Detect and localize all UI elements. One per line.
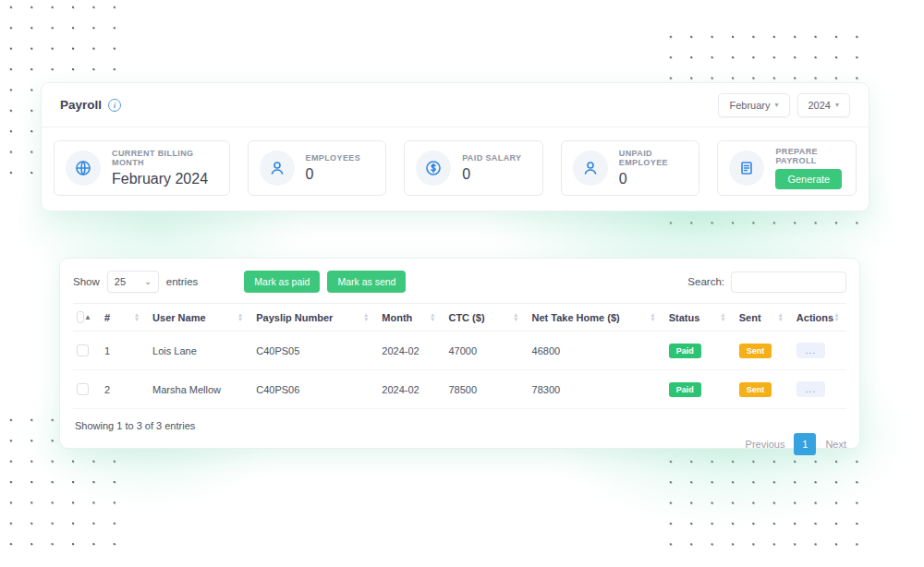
status-badge: Paid xyxy=(669,382,701,397)
dollar-circle-icon xyxy=(416,151,451,186)
globe-icon xyxy=(66,151,101,186)
showing-entries-text: Showing 1 to 3 of 3 entries xyxy=(73,420,195,431)
page-title: Payroll xyxy=(60,98,102,112)
payroll-header: Payroll i February ▾ 2024 ▾ xyxy=(42,83,869,127)
chevron-down-icon: ▾ xyxy=(774,101,778,109)
card-label: PREPARE PAYROLL xyxy=(775,147,845,165)
table-header-row: # User Name Payslip Number Month CTC ($)… xyxy=(73,304,846,332)
card-label: PAID SALARY xyxy=(462,153,521,163)
select-all-checkbox[interactable] xyxy=(77,311,84,323)
cell-ctc: 47000 xyxy=(444,332,528,370)
card-value: February 2024 xyxy=(112,171,218,187)
row-checkbox[interactable] xyxy=(77,344,89,356)
mark-as-paid-button[interactable]: Mark as paid xyxy=(244,271,320,293)
cell-ctc: 78500 xyxy=(444,370,528,409)
card-unpaid-employee: UNPAID EMPLOYEE 0 xyxy=(561,140,700,196)
card-value: 0 xyxy=(306,166,361,183)
payslip-table-panel: Show 25 ⌄ entries Mark as paid Mark as s… xyxy=(60,259,859,448)
year-dropdown[interactable]: 2024 ▾ xyxy=(797,93,851,117)
sort-icon[interactable] xyxy=(650,313,655,321)
card-current-billing-month: CURRENT BILLING MONTH February 2024 xyxy=(54,140,230,196)
table-row: 2 Marsha Mellow C40PS06 2024-02 78500 78… xyxy=(73,370,846,409)
cell-month: 2024-02 xyxy=(378,332,444,370)
sort-icon[interactable] xyxy=(720,313,725,321)
row-actions-button[interactable]: ... xyxy=(796,343,825,358)
person-icon xyxy=(260,151,295,186)
info-icon[interactable]: i xyxy=(108,99,121,112)
sort-icon[interactable] xyxy=(363,313,369,321)
sent-badge: Sent xyxy=(739,344,772,358)
sort-icon[interactable] xyxy=(430,313,435,321)
column-header-status[interactable]: Status xyxy=(665,304,736,332)
column-header-actions[interactable]: Actions xyxy=(793,304,846,332)
cell-num: 1 xyxy=(101,332,149,370)
sent-badge: Sent xyxy=(739,382,772,397)
column-header-num[interactable]: # xyxy=(101,304,149,332)
card-prepare-payroll: PREPARE PAYROLL Generate xyxy=(717,140,857,196)
column-header-net-take-home[interactable]: Net Take Home ($) xyxy=(529,304,665,332)
year-dropdown-value: 2024 xyxy=(808,100,831,111)
cell-payslip-number: C40PS06 xyxy=(252,370,378,409)
payroll-panel: Payroll i February ▾ 2024 ▾ CURRENT BILL… xyxy=(42,83,869,211)
row-checkbox[interactable] xyxy=(77,383,89,395)
sort-icon[interactable] xyxy=(777,313,783,321)
card-value: 0 xyxy=(619,171,688,187)
sort-asc-icon[interactable] xyxy=(84,314,91,321)
chevron-down-icon: ⌄ xyxy=(144,277,152,286)
card-label: UNPAID EMPLOYEE xyxy=(619,149,688,167)
column-header-user-name[interactable]: User Name xyxy=(149,304,252,332)
entries-label: entries xyxy=(166,276,199,287)
cell-net-take-home: 78300 xyxy=(529,370,665,409)
select-all-header[interactable] xyxy=(73,304,101,332)
card-value: 0 xyxy=(462,166,521,183)
cell-month: 2024-02 xyxy=(378,370,444,409)
sort-icon[interactable] xyxy=(833,313,839,321)
search-label: Search: xyxy=(687,276,724,287)
column-header-month[interactable]: Month xyxy=(378,304,444,332)
cell-user-name: Lois Lane xyxy=(149,332,252,370)
previous-page-button[interactable]: Previous xyxy=(746,439,785,450)
sort-icon[interactable] xyxy=(134,313,140,321)
document-icon xyxy=(729,151,764,186)
cell-num: 2 xyxy=(101,370,149,409)
row-actions-button[interactable]: ... xyxy=(796,381,825,397)
table-row: 1 Lois Lane C40PS05 2024-02 47000 46800 … xyxy=(73,332,846,370)
card-label: EMPLOYEES xyxy=(306,153,361,163)
card-paid-salary: PAID SALARY 0 xyxy=(404,140,543,196)
mark-as-send-button[interactable]: Mark as send xyxy=(327,271,406,293)
cell-net-take-home: 46800 xyxy=(529,332,665,370)
cell-user-name: Marsha Mellow xyxy=(149,370,252,409)
card-label: CURRENT BILLING MONTH xyxy=(112,149,218,167)
column-header-payslip-number[interactable]: Payslip Number xyxy=(252,304,378,332)
next-page-button[interactable]: Next xyxy=(825,439,846,450)
payslip-table: # User Name Payslip Number Month CTC ($)… xyxy=(73,303,846,409)
sort-icon[interactable] xyxy=(513,313,518,321)
page-1-button[interactable]: 1 xyxy=(794,433,816,455)
generate-payroll-button[interactable]: Generate xyxy=(775,169,842,189)
month-dropdown-value: February xyxy=(729,100,770,111)
column-header-ctc[interactable]: CTC ($) xyxy=(444,304,528,332)
show-label: Show xyxy=(73,276,100,287)
person-icon xyxy=(573,151,608,186)
month-dropdown[interactable]: February ▾ xyxy=(718,93,789,117)
summary-cards: CURRENT BILLING MONTH February 2024 EMPL… xyxy=(42,127,869,209)
cell-payslip-number: C40PS05 xyxy=(252,332,378,370)
entries-per-page-value: 25 xyxy=(115,276,126,287)
search-input[interactable] xyxy=(731,271,846,293)
pagination: Previous 1 Next xyxy=(746,433,846,455)
card-employees: EMPLOYEES 0 xyxy=(248,140,387,196)
chevron-down-icon: ▾ xyxy=(835,101,839,109)
status-badge: Paid xyxy=(669,344,701,358)
column-header-sent[interactable]: Sent xyxy=(736,304,793,332)
entries-per-page-select[interactable]: 25 ⌄ xyxy=(107,271,159,293)
sort-icon[interactable] xyxy=(237,313,243,321)
